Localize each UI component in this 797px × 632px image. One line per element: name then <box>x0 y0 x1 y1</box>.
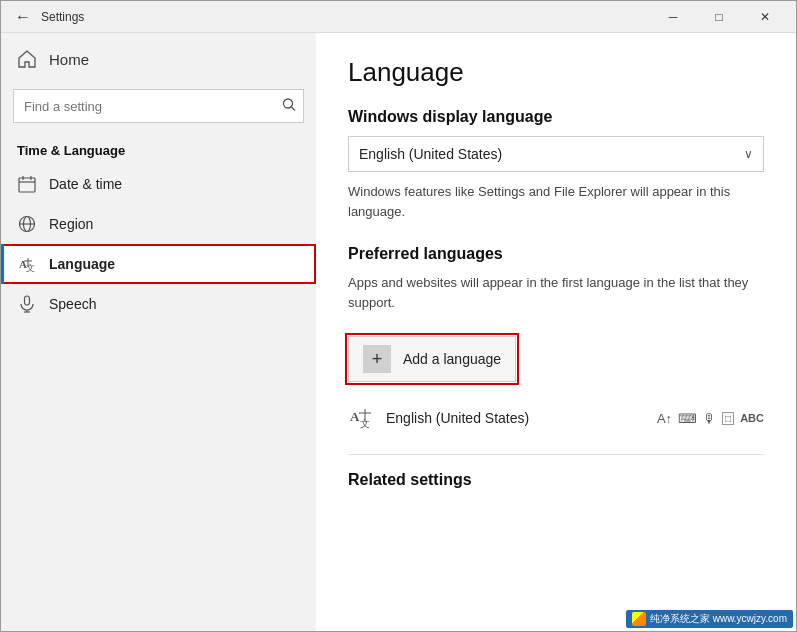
svg-point-0 <box>284 99 293 108</box>
language-entry-name: English (United States) <box>386 410 657 426</box>
speech-label: Speech <box>49 296 96 312</box>
language-feature-icons: A↑ ⌨ 🎙 □ ABC <box>657 411 764 426</box>
section-label: Time & Language <box>1 135 316 164</box>
back-icon: ← <box>15 8 31 26</box>
watermark: 纯净系统之家 www.ycwjzy.com <box>626 610 793 628</box>
language-entry-icon: A 文 <box>348 404 376 432</box>
mic-icon <box>17 294 37 314</box>
main-layout: Home Time & Language <box>1 33 796 632</box>
region-label: Region <box>49 216 93 232</box>
date-time-label: Date & time <box>49 176 122 192</box>
speech-recognition-icon: 🎙 <box>703 411 716 426</box>
spelling-icon: ABC <box>740 412 764 424</box>
divider <box>348 454 764 455</box>
preferred-languages-description: Apps and websites will appear in the fir… <box>348 273 764 312</box>
content-panel: Language Windows display language Englis… <box>316 33 796 632</box>
titlebar: ← Settings ─ □ ✕ <box>1 1 796 33</box>
home-icon <box>17 49 37 69</box>
add-language-button[interactable]: + Add a language <box>348 336 516 382</box>
page-title: Language <box>348 57 764 88</box>
related-settings-heading: Related settings <box>348 471 764 489</box>
svg-text:文: 文 <box>26 263 35 273</box>
svg-rect-13 <box>25 296 30 305</box>
maximize-button[interactable]: □ <box>696 1 742 33</box>
sidebar: Home Time & Language <box>1 33 316 632</box>
search-input[interactable] <box>13 89 304 123</box>
sidebar-item-home[interactable]: Home <box>1 33 316 85</box>
add-language-label: Add a language <box>403 351 501 367</box>
svg-rect-2 <box>19 178 35 192</box>
svg-line-1 <box>292 107 296 111</box>
svg-text:A: A <box>350 409 360 424</box>
display-language-description: Windows features like Settings and File … <box>348 182 764 221</box>
display-language-heading: Windows display language <box>348 108 764 126</box>
search-icon <box>282 98 296 115</box>
globe-icon <box>17 214 37 234</box>
back-button[interactable]: ← <box>9 3 37 31</box>
calendar-icon <box>17 174 37 194</box>
plus-icon: + <box>363 345 391 373</box>
window-controls: ─ □ ✕ <box>650 1 788 33</box>
chevron-down-icon: ∨ <box>744 147 753 161</box>
home-label: Home <box>49 51 89 68</box>
sidebar-item-speech[interactable]: Speech <box>1 284 316 324</box>
minimize-button[interactable]: ─ <box>650 1 696 33</box>
display-language-dropdown[interactable]: English (United States) ∨ <box>348 136 764 172</box>
watermark-text: 纯净系统之家 www.ycwjzy.com <box>650 612 787 626</box>
titlebar-title: Settings <box>41 10 650 24</box>
preferred-languages-heading: Preferred languages <box>348 245 764 263</box>
search-container <box>13 89 304 123</box>
language-entry-english: A 文 English (United States) A↑ ⌨ 🎙 □ ABC <box>348 398 764 438</box>
language-icon: A 文 <box>17 254 37 274</box>
text-prediction-icon: A↑ <box>657 411 672 426</box>
dropdown-selected-value: English (United States) <box>359 146 502 162</box>
language-label: Language <box>49 256 115 272</box>
sidebar-item-date-time[interactable]: Date & time <box>1 164 316 204</box>
sidebar-item-region[interactable]: Region <box>1 204 316 244</box>
keyboard-icon: ⌨ <box>678 411 697 426</box>
handwriting-icon: □ <box>722 412 734 425</box>
watermark-logo <box>632 612 646 626</box>
sidebar-item-language[interactable]: A 文 Language <box>1 244 316 284</box>
close-button[interactable]: ✕ <box>742 1 788 33</box>
